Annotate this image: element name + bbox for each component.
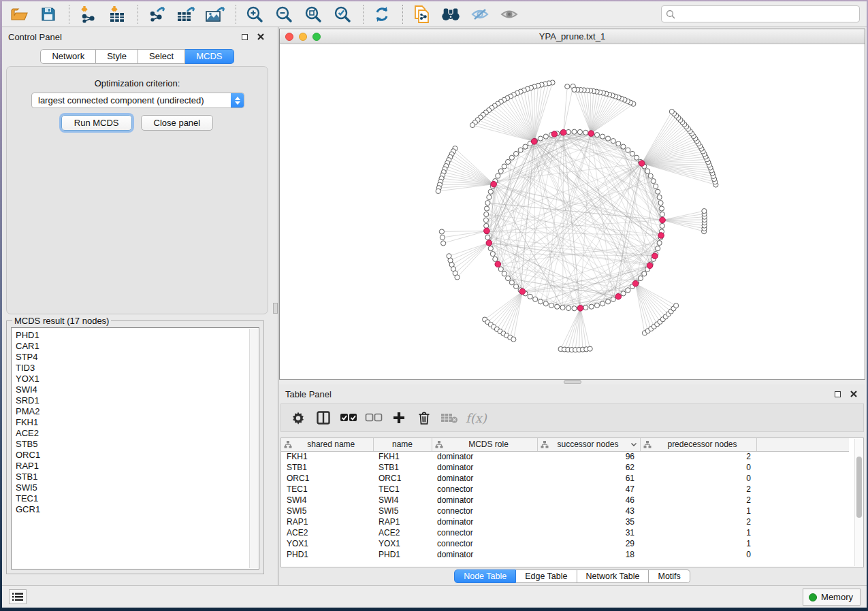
mcds-result-item[interactable]: PMA2 [16,406,249,417]
network-canvas[interactable] [280,44,865,379]
save-session-button[interactable] [38,4,59,24]
table-mode-button[interactable] [289,409,307,427]
column-header-successor-nodes[interactable]: successor nodes [537,438,640,451]
close-panel-button[interactable]: Close panel [141,115,214,131]
create-column-button[interactable] [390,409,408,427]
deselect-all-rows-button[interactable] [365,409,383,427]
table-row[interactable]: SWI5SWI5connector431 [281,506,849,516]
table-row[interactable]: FKH1FKH1dominator962 [281,451,849,462]
table-row[interactable]: SWI4SWI4dominator462 [281,495,849,506]
show-columns-button[interactable] [315,409,332,427]
splitter-handle[interactable] [273,303,278,314]
export-table-icon [176,5,195,23]
tab-motifs[interactable]: Motifs [649,569,690,583]
export-network-button[interactable] [146,4,167,24]
mcds-result-item[interactable]: SWI5 [16,482,249,493]
run-mcds-button[interactable]: Run MCDS [61,115,132,131]
column-header-shared-name[interactable]: shared name [281,438,373,451]
table-row[interactable]: RAP1RAP1dominator352 [281,516,849,527]
export-image-button[interactable] [205,4,225,24]
search-icon [666,10,675,19]
mcds-result-item[interactable]: STB5 [16,439,249,450]
select-all-rows-button[interactable] [340,409,357,427]
result-list-scrollbar[interactable] [249,329,258,568]
table-row[interactable]: ORC1ORC1dominator610 [281,473,849,484]
column-header-predecessor-nodes[interactable]: predecessor nodes [640,438,756,451]
control-panel-titlebar: Control Panel [2,27,272,44]
save-floppy-icon [40,6,57,22]
mcds-result-item[interactable]: FKH1 [16,417,249,428]
table-row[interactable]: STB1STB1dominator620 [281,462,849,473]
mcds-result-item[interactable]: ORC1 [16,450,249,461]
mcds-result-item[interactable]: CAR1 [16,341,249,352]
scrollbar-thumb[interactable] [856,457,862,518]
import-table-button[interactable] [107,4,127,24]
mcds-result-item[interactable]: SWI4 [16,384,249,395]
tab-style[interactable]: Style [96,49,138,64]
delete-columns-button[interactable] [415,409,433,427]
column-header-MCDS-role[interactable]: MCDS role [432,438,537,451]
export-table-button[interactable] [176,4,196,24]
task-history-button[interactable] [9,589,27,604]
application-window: Control Panel NetworkStyleSelectMCDS Opt… [2,1,867,608]
float-panel-icon[interactable] [833,389,842,399]
memory-button[interactable]: Memory [803,589,861,606]
splitter-handle[interactable] [564,380,581,384]
mcds-result-item[interactable]: TID3 [16,363,249,374]
toolbar-separator [236,5,236,24]
mcds-result-item[interactable]: ACE2 [16,428,249,439]
open-session-button[interactable] [9,4,29,24]
apply-layout-button[interactable] [372,4,392,24]
mcds-result-item[interactable]: STP4 [16,352,249,363]
close-panel-icon[interactable] [256,32,266,42]
mcds-result-item[interactable]: TEC1 [16,493,249,504]
trash-icon [418,411,430,425]
table-panel-titlebar: Table Panel [279,384,865,401]
column-header-name[interactable]: name [373,438,432,451]
mcds-result-item[interactable]: YOX1 [16,374,249,384]
zoom-out-button[interactable] [274,4,294,24]
network-graph[interactable] [280,44,865,379]
first-neighbors-button[interactable] [440,4,461,24]
zoom-in-button[interactable] [244,4,265,24]
mcds-result-item[interactable]: PHD1 [16,330,249,341]
column-type-icon [435,441,443,448]
table-row[interactable]: ACE2ACE2connector311 [281,527,849,538]
horizontal-splitter[interactable] [278,380,867,384]
float-panel-icon[interactable] [240,32,249,42]
dropdown-stepper-icon [231,93,244,108]
table-row[interactable]: YOX1YOX1connector291 [281,538,849,549]
mcds-result-item[interactable]: STB1 [16,472,249,482]
table-panel-tabs: Node TableEdge TableNetwork TableMotifs [279,569,865,583]
table-row[interactable]: PHD1PHD1dominator180 [281,549,849,560]
new-network-from-selection-button[interactable] [411,4,432,24]
column-type-icon [643,441,652,448]
tab-edge-table[interactable]: Edge Table [516,569,577,583]
memory-status-icon [809,593,817,601]
tab-node-table[interactable]: Node Table [454,569,516,583]
tab-network[interactable]: Network [40,49,96,64]
optimization-criterion-dropdown[interactable]: largest connected component (undirected) [31,93,244,108]
close-panel-icon[interactable] [849,389,858,399]
vertical-splitter[interactable] [272,27,278,585]
delete-table-button[interactable] [440,409,458,427]
zoom-selected-button[interactable] [332,4,353,24]
tab-select[interactable]: Select [138,49,185,64]
zoom-selected-icon [333,5,352,24]
hide-selected-button[interactable] [470,4,490,24]
show-all-button[interactable] [499,4,519,24]
tab-mcds[interactable]: MCDS [185,49,234,64]
toolbar-separator [402,5,403,24]
mcds-result-item[interactable]: GCR1 [16,504,249,515]
zoom-fit-button[interactable] [303,4,323,24]
fx-icon: f(x) [466,411,487,425]
table-scrollbar[interactable] [854,439,863,566]
table-row[interactable]: TEC1TEC1connector472 [281,484,849,495]
function-builder-button[interactable]: f(x) [466,409,487,427]
import-network-button[interactable] [78,4,98,24]
mcds-result-list: PHD1CAR1STP4TID3YOX1SWI4SRD1PMA2FKH1ACE2… [11,327,259,569]
tab-network-table[interactable]: Network Table [577,569,649,583]
search-input[interactable] [679,10,855,19]
mcds-result-item[interactable]: SRD1 [16,395,249,406]
mcds-result-item[interactable]: RAP1 [16,461,249,472]
